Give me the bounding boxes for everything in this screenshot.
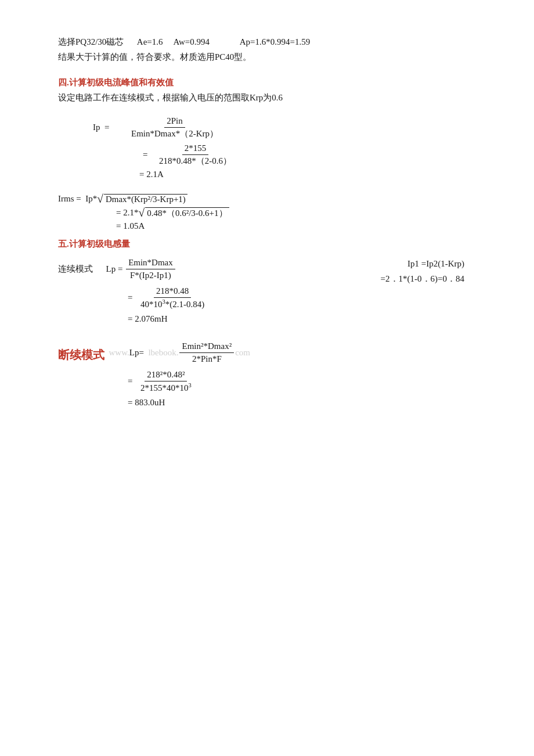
ip-num2: 2*155 xyxy=(182,142,209,155)
lp3-num: Emin²*Dmax² xyxy=(179,340,234,353)
irms-label: Irms = xyxy=(58,194,85,204)
ip-fraction2: 2*155 218*0.48*（2-0.6） xyxy=(157,142,234,167)
lp-continuous-left: 连续模式 Lp = Emin*Dmax F*(Ip2-Ip1) = 218*0.… xyxy=(58,257,360,326)
irms-result: = 1.05A xyxy=(116,221,488,231)
watermark: www. xyxy=(109,348,129,358)
continuous-mode-block: 连续模式 Lp = Emin*Dmax F*(Ip2-Ip1) = 218*0.… xyxy=(58,257,488,326)
ip-result-val: = 2.1A xyxy=(139,170,164,179)
ip1-block: Ip1 =Ip2(1-Krp) =2．1*(1-0．6)=0．84 xyxy=(360,257,488,287)
ip-eq2: = 2*155 218*0.48*（2-0.6） xyxy=(139,142,488,167)
lp-num2: 218*0.48 xyxy=(154,285,191,298)
section4-desc: 设定电路工作在连续模式，根据输入电压的范围取Krp为0.6 xyxy=(58,91,488,105)
irms-sqrt-content: Dmax*(Krp²/3-Krp+1) xyxy=(104,194,187,204)
continuous-label: 连续模式 xyxy=(58,264,93,275)
lp-eq2-row: = 218*0.48 40*103*(2.1-0.84) xyxy=(128,285,360,311)
lp-eq2-sign: = xyxy=(128,293,137,303)
lp4-den: 2*155*40*103 xyxy=(138,381,194,394)
watermark2: lbebook. xyxy=(148,348,178,358)
sqrt-icon2: √ xyxy=(138,207,145,219)
lp3-fraction: Emin²*Dmax² 2*Pin*F xyxy=(179,340,234,365)
ip-den2: 218*0.48*（2-0.6） xyxy=(157,155,234,167)
lp-fraction: Emin*Dmax F*(Ip2-Ip1) xyxy=(126,257,175,282)
irms-body: Ip* xyxy=(85,194,97,204)
lp-den2: 40*103*(2.1-0.84) xyxy=(138,298,207,311)
section4-title: 四.计算初级电流峰值和有效值 xyxy=(58,75,488,89)
lp-result: = 2.076mH xyxy=(128,314,167,324)
irms-sqrt: √ Dmax*(Krp²/3-Krp+1) xyxy=(97,193,187,205)
sqrt-icon: √ xyxy=(97,193,103,205)
lp-result-row: = 2.076mH xyxy=(128,314,360,324)
irms-sqrt2: √ 0.48*（0.6²/3-0.6+1） xyxy=(138,207,229,219)
core-label: 选择PQ32/30磁芯 xyxy=(58,37,124,46)
irms-result-val: = 1.05A xyxy=(116,221,145,231)
page-content: 选择PQ32/30磁芯 Ae=1.6 Aw=0.994 Ap=1.6*0.994… xyxy=(58,35,488,408)
discontinuous-label: 断续模式 xyxy=(58,347,104,363)
ip-label: Ip = xyxy=(93,123,128,132)
core-result-line: 结果大于计算的值，符合要求。材质选用PC40型。 xyxy=(58,50,488,64)
lp3-den: 2*Pin*F xyxy=(190,353,224,365)
lp4-result-row: = 883.0uH xyxy=(128,398,488,408)
ip-eq1: Ip = 2Pin Emin*Dmax*（2-Krp） xyxy=(93,115,488,140)
ip1-eq: Ip1 =Ip2(1-Krp) xyxy=(360,257,464,271)
discontinuous-block: 断续模式 www. Lp= lbebook. Emin²*Dmax² 2*Pin… xyxy=(58,340,488,408)
ip-fraction: 2Pin Emin*Dmax*（2-Krp） xyxy=(129,115,221,140)
lp-label: Lp = xyxy=(106,264,125,274)
lp3-label: Lp= xyxy=(129,348,149,358)
irms-eq2: = 2.1* √ 0.48*（0.6²/3-0.6+1） xyxy=(116,207,488,219)
core-values: Ae=1.6 Aw=0.994 Ap=1.6*0.994=1.59 xyxy=(137,37,310,46)
lp-den: F*(Ip2-Ip1) xyxy=(128,269,174,282)
ip1-val: =2．1*(1-0．6)=0．84 xyxy=(360,272,464,286)
irms-sqrt2-content: 0.48*（0.6²/3-0.6+1） xyxy=(145,207,229,219)
ip-result: = 2.1A xyxy=(139,170,488,179)
lp4-num: 218²*0.48² xyxy=(145,369,187,381)
lp-fraction2: 218*0.48 40*103*(2.1-0.84) xyxy=(138,285,207,311)
lp3-eq1-row: 断续模式 www. Lp= lbebook. Emin²*Dmax² 2*Pin… xyxy=(58,340,488,365)
lp4-result: = 883.0uH xyxy=(128,398,165,408)
section5-title: 五.计算初级电感量 xyxy=(58,237,488,251)
irms-formula: Irms = Ip* √ Dmax*(Krp²/3-Krp+1) = 2.1* … xyxy=(58,193,488,231)
irms-eq1: Irms = Ip* √ Dmax*(Krp²/3-Krp+1) xyxy=(58,193,488,205)
watermark3: com xyxy=(235,348,250,358)
lp-eq1-row: 连续模式 Lp = Emin*Dmax F*(Ip2-Ip1) xyxy=(58,257,360,282)
lp-num: Emin*Dmax xyxy=(126,257,175,269)
ip-denominator: Emin*Dmax*（2-Krp） xyxy=(129,128,221,140)
lp4-fraction: 218²*0.48² 2*155*40*103 xyxy=(138,369,194,394)
irms-eq2-prefix: = 2.1* xyxy=(116,208,138,218)
ip-eq2-sign: = xyxy=(143,150,152,160)
core-selection-line: 选择PQ32/30磁芯 Ae=1.6 Aw=0.994 Ap=1.6*0.994… xyxy=(58,35,488,49)
ip-numerator: 2Pin xyxy=(164,115,185,128)
lp4-eq2-sign: = xyxy=(128,376,137,386)
lp4-eq2-row: = 218²*0.48² 2*155*40*103 xyxy=(128,369,488,394)
ip-formula: Ip = 2Pin Emin*Dmax*（2-Krp） = 2*155 218*… xyxy=(93,115,488,179)
